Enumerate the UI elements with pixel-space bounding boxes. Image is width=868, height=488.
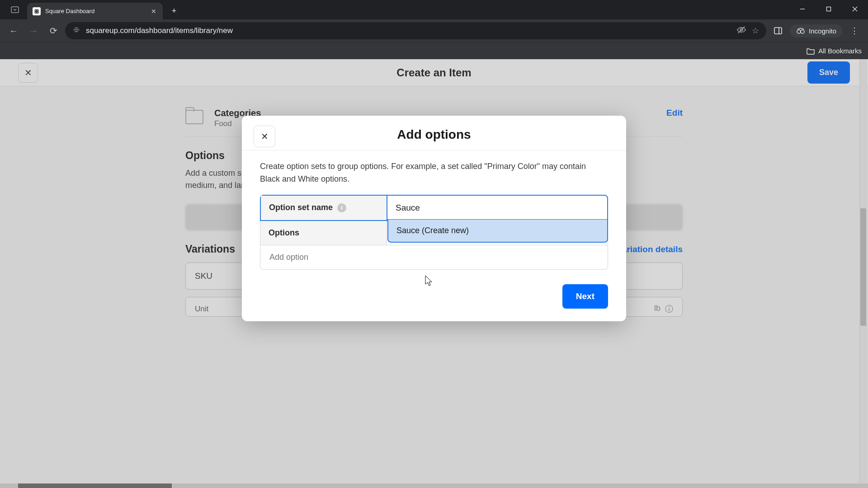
modal-header: ✕ Add options bbox=[242, 116, 626, 150]
modal-body: Create option sets to group options. For… bbox=[242, 150, 626, 275]
add-options-modal: ✕ Add options Create option sets to grou… bbox=[242, 116, 626, 321]
svg-point-10 bbox=[801, 30, 804, 33]
bookmarks-bar: All Bookmarks bbox=[0, 42, 868, 59]
tab-search-button[interactable] bbox=[5, 0, 25, 19]
modal-footer: Next bbox=[242, 275, 626, 313]
browser-tab[interactable]: ⊞ Square Dashboard ✕ bbox=[27, 3, 163, 19]
url-bar[interactable]: squareup.com/dashboard/items/library/new… bbox=[65, 22, 766, 39]
all-bookmarks-button[interactable]: All Bookmarks bbox=[807, 47, 862, 55]
next-button[interactable]: Next bbox=[562, 284, 608, 309]
reload-button[interactable]: ⟳ bbox=[45, 23, 61, 39]
modal-description: Create option sets to group options. For… bbox=[260, 160, 608, 186]
bookmark-star-icon[interactable]: ☆ bbox=[752, 26, 759, 36]
add-option-row bbox=[260, 245, 608, 270]
add-option-input[interactable] bbox=[269, 253, 599, 262]
tab-close-icon[interactable]: ✕ bbox=[150, 8, 157, 15]
option-set-input-cell bbox=[387, 196, 607, 220]
maximize-button[interactable] bbox=[816, 0, 842, 18]
option-set-suggestion-dropdown: Sauce (Create new) bbox=[387, 219, 608, 243]
tab-favicon: ⊞ bbox=[33, 7, 41, 15]
site-info-icon[interactable] bbox=[72, 26, 80, 36]
incognito-label: Incognito bbox=[809, 27, 836, 35]
info-icon[interactable]: i bbox=[337, 203, 346, 212]
incognito-badge[interactable]: Incognito bbox=[790, 24, 843, 38]
svg-rect-0 bbox=[11, 7, 19, 13]
all-bookmarks-label: All Bookmarks bbox=[818, 47, 862, 55]
tab-title: Square Dashboard bbox=[45, 8, 146, 14]
new-tab-button[interactable]: + bbox=[167, 4, 181, 18]
option-set-label-cell: Option set name i bbox=[261, 196, 387, 220]
option-set-label: Option set name bbox=[269, 203, 333, 212]
svg-rect-2 bbox=[827, 7, 831, 11]
svg-rect-7 bbox=[774, 28, 782, 34]
folder-icon bbox=[807, 47, 815, 55]
options-label: Options bbox=[260, 221, 387, 245]
tab-bar: ⊞ Square Dashboard ✕ + bbox=[0, 0, 868, 19]
option-set-row: Option set name i Sauce (Create new) bbox=[260, 195, 608, 221]
browser-menu-button[interactable]: ⋮ bbox=[846, 23, 863, 39]
browser-chrome: ⊞ Square Dashboard ✕ + ← → ⟳ squareup.co… bbox=[0, 0, 868, 59]
modal-close-button[interactable]: ✕ bbox=[254, 126, 275, 147]
minimize-button[interactable] bbox=[789, 0, 816, 18]
eye-off-icon[interactable] bbox=[736, 25, 746, 37]
close-window-button[interactable] bbox=[842, 0, 868, 18]
option-set-name-input[interactable] bbox=[387, 196, 607, 220]
address-bar: ← → ⟳ squareup.com/dashboard/items/libra… bbox=[0, 19, 868, 42]
side-panel-icon[interactable] bbox=[770, 23, 786, 39]
incognito-icon bbox=[796, 28, 805, 34]
modal-title: Add options bbox=[255, 127, 613, 142]
back-button[interactable]: ← bbox=[5, 23, 22, 39]
page-viewport: ✕ Create an Item Save Categories Food Ed… bbox=[0, 59, 868, 488]
forward-button[interactable]: → bbox=[25, 23, 42, 39]
url-text: squareup.com/dashboard/items/library/new bbox=[86, 26, 731, 35]
window-controls bbox=[789, 0, 868, 19]
svg-point-9 bbox=[797, 30, 801, 33]
suggestion-create-new[interactable]: Sauce (Create new) bbox=[388, 220, 607, 242]
